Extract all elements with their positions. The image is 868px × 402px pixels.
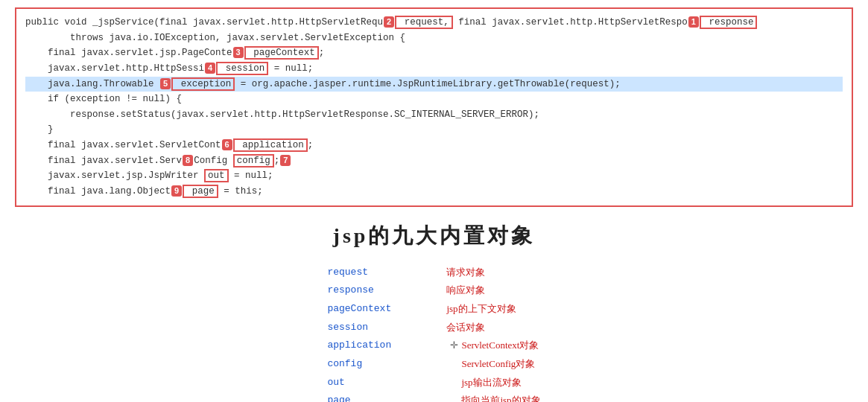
- obj-name-pagecontext: pageContext: [327, 300, 446, 319]
- code-line-3: final javax.servlet.jsp.PageConte3 pageC…: [25, 45, 843, 61]
- obj-name-request: request: [327, 264, 446, 282]
- code-line-4: javax.servlet.http.HttpSessi4 session = …: [25, 61, 843, 77]
- badge-4: 4: [205, 63, 215, 74]
- code-line-2: throws java.io.IOException, javax.servle…: [25, 31, 843, 46]
- obj-desc-page: 指向当前jsp的对象: [461, 392, 540, 402]
- code-line-6: if (exception != null) {: [25, 92, 843, 107]
- code-block: public void _jspService(final javax.serv…: [15, 7, 853, 207]
- obj-name-response: response: [327, 281, 446, 300]
- obj-row-page: page 指向当前jsp的对象: [327, 392, 540, 402]
- session-highlight: session: [216, 62, 268, 75]
- obj-row-application: application ✛ ServletContext对象: [327, 336, 540, 355]
- objects-table: request 请求对象 response 响应对象 pageContext j…: [327, 264, 540, 403]
- obj-desc-request: 请求对象: [446, 264, 485, 282]
- application-highlight: application: [233, 138, 308, 152]
- obj-row-pagecontext: pageContext jsp的上下文对象: [327, 300, 540, 319]
- obj-desc-session: 会话对象: [446, 319, 485, 337]
- main-title: jsp的九大内置对象: [15, 222, 853, 250]
- badge-3: 3: [233, 47, 244, 58]
- title-section: jsp的九大内置对象: [15, 222, 853, 250]
- badge-8: 8: [183, 155, 193, 166]
- obj-name-session: session: [327, 319, 446, 337]
- obj-desc-pagecontext: jsp的上下文对象: [446, 300, 516, 319]
- badge-6: 6: [222, 139, 232, 150]
- code-line-12: final java.lang.Object9 page = this;: [25, 184, 843, 200]
- pagecontext-highlight: pageContext: [244, 46, 319, 60]
- badge-5: 5: [160, 78, 171, 89]
- cross-symbol: ✛: [446, 336, 461, 355]
- obj-row-config: config ServletConfig对象: [327, 355, 540, 374]
- badge-7: 7: [280, 155, 291, 166]
- obj-desc-application: ServletContext对象: [461, 336, 539, 355]
- out-highlight: out: [204, 169, 229, 182]
- code-line-1: public void _jspService(final javax.serv…: [25, 15, 843, 31]
- objects-table-section: request 请求对象 response 响应对象 pageContext j…: [15, 264, 853, 403]
- obj-desc-response: 响应对象: [446, 281, 485, 300]
- code-line-10: final javax.servlet.Serv8Config config;7: [25, 153, 843, 169]
- exception-highlight: exception: [171, 77, 235, 91]
- response-highlight: response: [700, 16, 758, 29]
- badge-9: 9: [171, 185, 182, 197]
- config-highlight: config: [233, 154, 274, 168]
- page-highlight: page: [183, 185, 218, 198]
- obj-desc-config: ServletConfig对象: [461, 355, 535, 374]
- code-line-11: javax.servlet.jsp.JspWriter out = null;: [25, 168, 843, 184]
- code-line-8: }: [25, 122, 843, 138]
- request-highlight: request,: [395, 16, 453, 29]
- code-line-9: final javax.servlet.ServletCont6 applica…: [25, 138, 843, 153]
- code-line-7: response.setStatus(javax.servlet.http.Ht…: [25, 107, 843, 123]
- code-line-5: java.lang.Throwable 5 exception = org.ap…: [25, 77, 843, 92]
- obj-desc-out: jsp输出流对象: [461, 374, 521, 392]
- obj-row-session: session 会话对象: [327, 319, 540, 337]
- obj-name-page: page: [327, 392, 446, 402]
- obj-row-out: out jsp输出流对象: [327, 374, 540, 392]
- obj-name-out: out: [327, 374, 446, 392]
- obj-name-config: config: [327, 355, 446, 374]
- obj-row-request: request 请求对象: [327, 264, 540, 282]
- obj-row-response: response 响应对象: [327, 281, 540, 300]
- page-wrapper: public void _jspService(final javax.serv…: [0, 0, 868, 402]
- badge-2: 2: [384, 16, 394, 28]
- obj-name-application: application: [327, 336, 446, 355]
- badge-1: 1: [688, 16, 699, 28]
